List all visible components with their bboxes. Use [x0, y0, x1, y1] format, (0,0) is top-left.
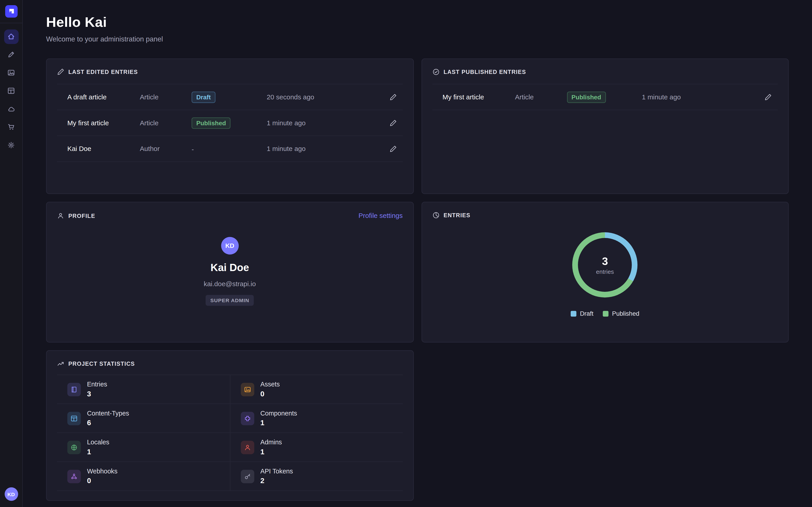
image-icon [241, 383, 254, 396]
project-statistics-card: PROJECT STATISTICS Entries3Assets0Conten… [46, 350, 413, 501]
entry-updated-time: 1 minute ago [642, 93, 757, 101]
profile-avatar: KD [221, 237, 239, 255]
card-title: PROJECT STATISTICS [68, 360, 135, 367]
user-avatar[interactable]: KD [4, 488, 18, 501]
pencil-icon [57, 68, 64, 75]
last-published-card: LAST PUBLISHED ENTRIES My first articleA… [421, 58, 789, 194]
stat-value: 6 [87, 418, 129, 427]
sidebar-item-content-manager[interactable] [4, 47, 18, 62]
home-icon [7, 33, 15, 40]
stat-label: Admins [260, 439, 282, 446]
legend-item: Draft [571, 310, 594, 317]
stat-item: Webhooks0 [57, 462, 230, 490]
stat-item: Components1 [230, 404, 403, 433]
status-badge: Draft [192, 91, 215, 103]
stat-text: Locales1 [87, 439, 109, 456]
last-edited-rows: A draft articleArticleDraft20 seconds ag… [57, 84, 403, 162]
layout-icon [7, 87, 15, 95]
sidebar-item-media-library[interactable] [4, 65, 18, 80]
book-icon [67, 383, 81, 396]
page-subtitle: Welcome to your administration panel [46, 35, 789, 43]
sidebar-item-settings[interactable] [4, 138, 18, 152]
user-icon [57, 212, 64, 219]
entries-unit: entries [596, 269, 614, 275]
stat-value: 1 [260, 418, 297, 427]
stat-text: Entries3 [87, 381, 107, 398]
profile-card: PROFILE Profile settings KD Kai Doe kai.… [46, 202, 413, 342]
trending-up-icon [57, 360, 64, 367]
stat-item: API Tokens2 [230, 462, 403, 490]
stat-value: 3 [87, 390, 107, 398]
puzzle-icon [241, 411, 254, 425]
sidebar-item-deploy[interactable] [4, 102, 18, 116]
entries-chart-area: 3 entries DraftPublished [432, 232, 778, 317]
sidebar-item-home[interactable] [4, 29, 18, 44]
table-row: Kai DoeAuthor-1 minute ago [57, 136, 403, 162]
edit-entry-button[interactable] [382, 93, 396, 101]
last-published-rows: My first articleArticlePublished1 minute… [432, 84, 778, 110]
edit-entry-button[interactable] [382, 119, 396, 126]
last-edited-card: LAST EDITED ENTRIES A draft articleArtic… [46, 58, 413, 194]
stat-text: Content-Types6 [87, 410, 129, 427]
edit-entry-button[interactable] [382, 145, 396, 152]
webhook-icon [67, 469, 81, 483]
legend-label: Published [612, 310, 640, 317]
stat-value: 0 [260, 390, 280, 398]
card-title: PROFILE [68, 212, 95, 219]
entry-updated-time: 20 seconds ago [267, 93, 382, 101]
pen-icon [7, 51, 15, 58]
globe-icon [67, 441, 81, 454]
profile-name: Kai Doe [210, 262, 249, 274]
donut-center-label: 3 entries [572, 232, 638, 297]
stat-item: Assets0 [230, 375, 403, 404]
stat-text: API Tokens2 [260, 468, 293, 485]
profile-email: kai.doe@strapi.io [204, 280, 256, 287]
entry-type: Article [140, 93, 192, 101]
stat-label: API Tokens [260, 468, 293, 475]
stat-label: Assets [260, 381, 280, 388]
status-cell: Published [567, 91, 642, 103]
strapi-logo[interactable] [5, 5, 17, 17]
status-badge: Published [567, 91, 606, 103]
card-title: LAST PUBLISHED ENTRIES [444, 69, 526, 75]
stat-value: 1 [87, 448, 109, 456]
sidebar-item-marketplace[interactable] [4, 120, 18, 134]
gear-icon [7, 141, 15, 149]
stat-value: 2 [260, 476, 293, 485]
strapi-logo-icon [7, 8, 15, 15]
table-row: A draft articleArticleDraft20 seconds ag… [57, 84, 403, 110]
entry-updated-time: 1 minute ago [267, 145, 382, 153]
status-cell: Published [192, 117, 267, 129]
stat-label: Entries [87, 381, 107, 388]
stat-item: Entries3 [57, 375, 230, 404]
legend-swatch [603, 311, 608, 316]
cloud-icon [7, 105, 15, 113]
role-badge: SUPER ADMIN [206, 295, 254, 306]
chart-icon [432, 212, 439, 219]
entry-name: My first article [67, 119, 140, 127]
app-root: KD Hello Kai Welcome to your administrat… [0, 0, 812, 507]
cart-icon [7, 123, 15, 131]
chart-legend: DraftPublished [571, 310, 640, 317]
stat-item: Content-Types6 [57, 404, 230, 433]
card-header: PROFILE Profile settings [57, 212, 403, 219]
stat-item: Admins1 [230, 433, 403, 462]
legend-item: Published [603, 310, 639, 317]
stats-grid: Entries3Assets0Content-Types6Components1… [57, 375, 403, 491]
entry-name: Kai Doe [67, 145, 140, 153]
legend-swatch [571, 311, 576, 316]
edit-entry-button[interactable] [757, 93, 772, 101]
profile-settings-link[interactable]: Profile settings [358, 212, 403, 219]
sidebar-divider [0, 23, 22, 23]
check-circle-icon [432, 68, 439, 75]
stat-text: Components1 [260, 410, 297, 427]
card-title: ENTRIES [444, 212, 470, 218]
layout-icon [67, 411, 81, 425]
empty-grid-cell [421, 350, 789, 501]
sidebar-item-content-type-builder[interactable] [4, 83, 18, 98]
card-header-left: PROFILE [57, 212, 95, 219]
stat-label: Components [260, 410, 297, 417]
page-title: Hello Kai [46, 14, 789, 31]
sidebar: KD [0, 0, 23, 507]
entry-updated-time: 1 minute ago [267, 119, 382, 127]
